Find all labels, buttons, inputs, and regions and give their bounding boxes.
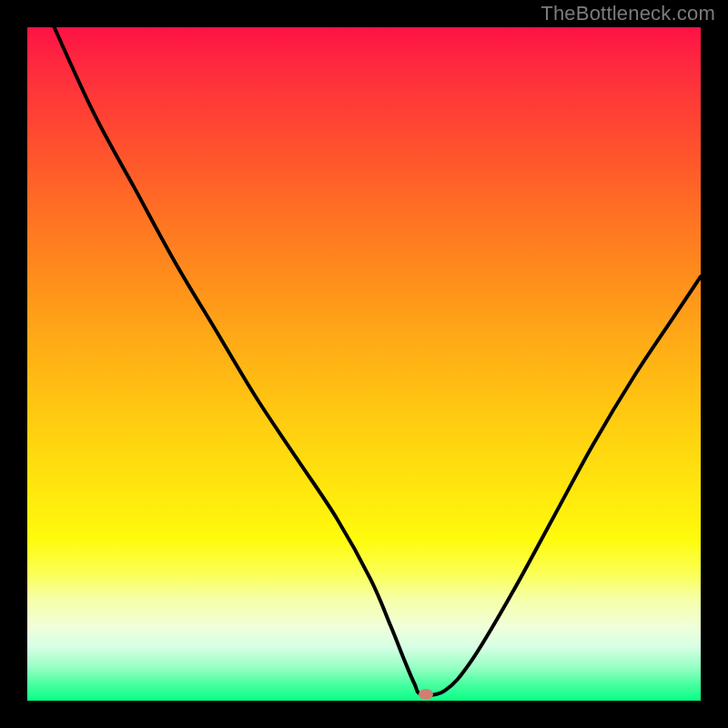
plot-area	[27, 27, 701, 701]
bottleneck-curve-path	[55, 27, 701, 695]
optimal-point-marker	[419, 689, 433, 700]
chart-frame: TheBottleneck.com	[0, 0, 728, 728]
watermark-text: TheBottleneck.com	[541, 2, 715, 25]
curve-svg	[27, 27, 701, 701]
